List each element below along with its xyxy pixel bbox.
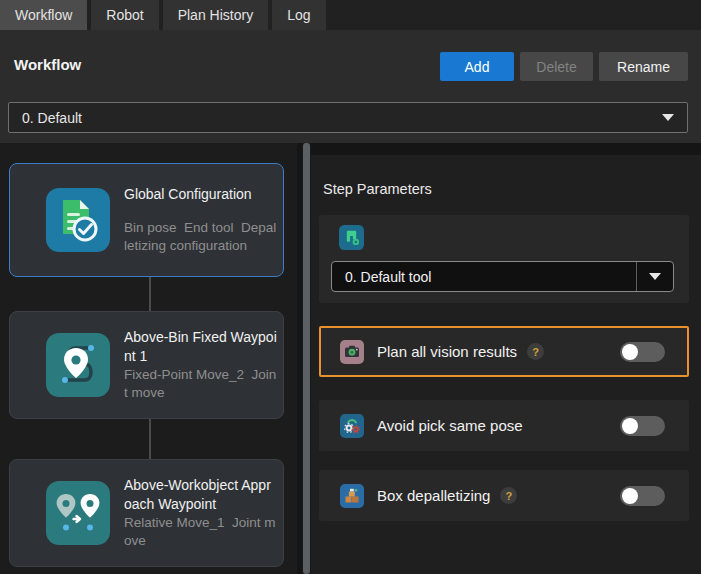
tool-select[interactable]: 0. Default tool: [331, 261, 674, 292]
step-card-text: Above-Bin Fixed Waypoint 1 Fixed-Point M…: [124, 328, 277, 402]
workflow-step-list: Global Configuration Bin pose End tool D…: [0, 143, 297, 574]
step-parameters-title: Step Parameters: [323, 181, 432, 197]
camera-icon: [340, 340, 364, 364]
step-subtitle: Relative Move_1 Joint move: [124, 514, 277, 550]
toggle-knob: [622, 488, 638, 504]
step-subtitle: Bin pose End tool Depalletizing configur…: [124, 219, 277, 255]
param-row-box-depalletizing: Box depalletizing ?: [319, 470, 689, 521]
param-label: Box depalletizing: [377, 487, 490, 504]
add-button[interactable]: Add: [440, 52, 514, 81]
left-panel-scrollbar[interactable]: [302, 143, 311, 574]
tab-plan-history[interactable]: Plan History: [163, 0, 268, 30]
tab-log[interactable]: Log: [272, 0, 325, 30]
help-icon[interactable]: ?: [527, 343, 544, 360]
chevron-down-icon: [649, 273, 661, 280]
gripper-tool-icon: [339, 225, 364, 250]
rename-button[interactable]: Rename: [599, 52, 688, 81]
tool-select-value: 0. Default tool: [345, 269, 431, 285]
chevron-down-icon: [662, 114, 674, 121]
step-title: Global Configuration: [124, 185, 277, 204]
step-connector: [149, 277, 151, 312]
workflow-app-window: Workflow Robot Plan History Log Workflow…: [0, 0, 701, 574]
param-row-avoid-pick-same-pose: Avoid pick same pose: [319, 400, 689, 451]
tab-bar: Workflow Robot Plan History Log: [0, 0, 701, 30]
help-icon[interactable]: ?: [500, 487, 517, 504]
workflow-select[interactable]: 0. Default: [8, 102, 688, 133]
step-card-above-workobject-approach-waypoint[interactable]: Above-Workobject Approach Waypoint Relat…: [9, 459, 284, 567]
step-title: Above-Bin Fixed Waypoint 1: [124, 328, 277, 366]
toggle-avoid-pick-same-pose[interactable]: [620, 416, 665, 436]
page-title: Workflow: [14, 56, 81, 73]
toggle-knob: [622, 344, 638, 360]
toggle-knob: [622, 418, 638, 434]
scrollbar-thumb[interactable]: [303, 143, 310, 574]
toggle-plan-all-vision-results[interactable]: [620, 342, 665, 362]
workflow-actions: Add Delete Rename: [440, 52, 688, 81]
tab-robot[interactable]: Robot: [91, 0, 158, 30]
delete-button[interactable]: Delete: [520, 52, 593, 81]
gears-icon: [340, 414, 364, 438]
toggle-box-depalletizing[interactable]: [620, 486, 665, 506]
step-title: Above-Workobject Approach Waypoint: [124, 476, 277, 514]
step-connector: [149, 419, 151, 460]
main-area: Global Configuration Bin pose End tool D…: [0, 143, 701, 574]
param-label: Plan all vision results: [377, 343, 517, 360]
boxes-icon: [340, 484, 364, 508]
param-row-plan-all-vision-results: Plan all vision results ?: [319, 326, 689, 377]
pins-arrow-icon: [46, 481, 110, 545]
end-tool-section: 0. Default tool: [319, 215, 689, 303]
tool-select-caret[interactable]: [636, 262, 673, 291]
step-card-text: Global Configuration Bin pose End tool D…: [124, 185, 277, 255]
param-label: Avoid pick same pose: [377, 417, 523, 434]
route-pin-icon: [46, 333, 110, 397]
step-card-text: Above-Workobject Approach Waypoint Relat…: [124, 476, 277, 550]
step-card-above-bin-fixed-waypoint[interactable]: Above-Bin Fixed Waypoint 1 Fixed-Point M…: [9, 311, 284, 419]
step-card-global-configuration[interactable]: Global Configuration Bin pose End tool D…: [9, 163, 284, 277]
step-parameters-panel: Step Parameters 0. Default tool: [311, 155, 701, 574]
tab-workflow[interactable]: Workflow: [0, 0, 87, 30]
workflow-select-value: 0. Default: [22, 110, 82, 126]
document-check-icon: [46, 188, 110, 252]
step-subtitle: Fixed-Point Move_2 Joint move: [124, 366, 277, 402]
